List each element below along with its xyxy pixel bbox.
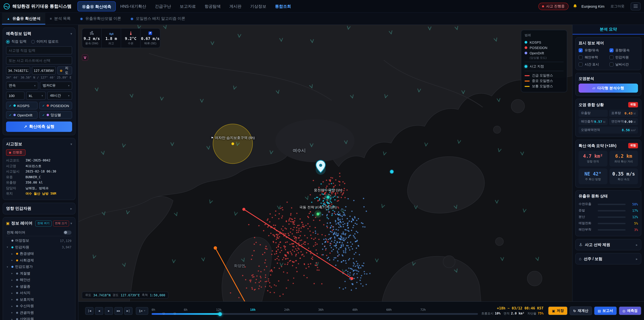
action-button[interactable]: ▣ 저장 [548,306,568,315]
layer-list-item[interactable]: ▸ 관광자원 [6,309,72,316]
layer-list-item[interactable]: ▸ 보호지역 [6,296,72,303]
predict-card-header[interactable]: 예측정보 입력 ▾ [6,31,72,37]
timeline-tick[interactable]: 24h [284,308,290,311]
current-time-label: +18h ~ 03/12 08:46 KST [481,306,544,310]
timeline-tick[interactable]: 18h [250,308,256,311]
playback-button[interactable]: ▶ [105,307,113,315]
ship-spec-section[interactable]: ⚓ 사고 선박 제원 ▸ [575,239,641,250]
layer-list-item[interactable]: ▸ 환경생태 [6,250,72,257]
app-title: 해양환경 위기대응 통합시스템 [12,3,72,9]
duration-select[interactable]: 48시간▾ [47,92,72,100]
model-toggle-chip[interactable]: ✓ 앙상블 [39,111,72,119]
model-toggle-chip[interactable]: ✓ POSEIDON [39,102,72,109]
layer-list-item[interactable]: ▸ 생물종 [6,283,72,290]
layer-list-item[interactable]: 어장정보 17,129 [6,237,72,244]
timeline-tick[interactable]: 48h [352,308,358,311]
action-button[interactable]: ↻ 재계산 [570,306,592,315]
nav-item[interactable]: 기상정보 [246,1,270,11]
timeline-tick[interactable]: 60h [386,308,392,311]
incident-name-input[interactable] [6,46,72,54]
spill-type-select[interactable]: 연속▾ [6,82,38,90]
amount-input[interactable] [6,92,24,100]
layers-all-on-button[interactable]: 전체 켜기 [35,220,52,226]
playback-button[interactable]: ▶▶ [114,307,123,315]
sensitive-resources-header[interactable]: 영향 민감자원 ▸ [6,206,72,211]
weathering-bar-row: 증발 17% [578,207,638,214]
map-pin-icon: ⊕ [60,69,62,72]
owner-insurance-section[interactable]: ⌂ 선주 / 보험 ▸ [575,253,641,264]
danger-badge: 위험 [628,102,638,107]
nav-item[interactable]: 유출유 확산예측 [78,1,116,11]
nav-item[interactable]: 게시판 [226,1,246,11]
layer-list-item[interactable]: ▸ 사회경제 [6,257,72,264]
depot-label: 국동 전략 비축기지 (3h) [299,205,337,210]
timeline-tick[interactable]: 72h [420,308,426,311]
latitude-input[interactable] [6,67,30,75]
tab-item[interactable]: ◉ 유출유확산모델 이론 [75,13,126,25]
layer-color-dot [16,318,18,320]
layer-list-item[interactable]: ▸ 서식지 [6,290,72,296]
map-style-button[interactable] [82,54,88,61]
layers-all-off-button[interactable]: 전체 끄기 [53,220,69,226]
incident-card-header[interactable]: 사고정보 ▾ [6,141,72,147]
timeline-tick[interactable]: 36h [318,308,324,311]
action-button[interactable]: ◎ 예측점 [619,306,641,315]
playback-button[interactable]: ◀ [95,307,103,315]
playback-button[interactable]: ▶| [124,307,132,315]
beach-marker [326,195,330,199]
pick-on-map-button[interactable]: ⊕ 지도 [57,67,72,75]
layer-list-item[interactable]: ▸ 산업자원 [6,316,72,320]
notifications-button[interactable] [572,4,578,9]
weather-panel: 9.2 m/s 풍속 (SW) 1.8 m 파고 9.2°C 수온 [82,28,160,48]
check-icon: ✓ [42,113,45,117]
timeline-bar: |◀ ◀ ▶ ▶▶ ▶| 1× ▾ [78,301,644,320]
master-layer-toggle[interactable] [64,230,72,234]
timeline-event-marker[interactable]: ♡ [174,312,176,315]
nav-item[interactable]: 보고자료 [176,1,200,11]
speed-select[interactable]: 1× ▾ [136,307,148,315]
display-option-checkbox[interactable]: 풍향/풍속 [609,48,638,53]
timeline-tick[interactable]: 0h [152,308,155,311]
tab-item[interactable]: ▲ 유출유 확산분석 [2,13,45,25]
longitude-input[interactable] [32,67,56,75]
model-toggle-chip[interactable]: ✓ OpenDrift [6,111,38,119]
menu-button[interactable] [630,2,641,10]
display-option-checkbox[interactable]: 시간 표시 [578,62,607,67]
display-option-checkbox[interactable]: 유향/유속 [578,48,607,53]
nav-item[interactable]: 긴급구난 [151,1,175,11]
timeline-tick[interactable]: 6h [184,308,188,311]
layer-list-item[interactable]: ▸ 계절별 [6,270,72,277]
oil-type-select[interactable]: 벙커C유▾ [40,82,72,90]
nav-item[interactable]: 통합조회 [271,1,295,11]
layer-list-item[interactable]: ▾ 민감도평가 [6,264,72,270]
layer-list-item[interactable]: ▸ 수산자원 [6,303,72,309]
nav-item[interactable]: 항공탐색 [200,1,225,11]
input-mode-radio[interactable]: 직접 입력 [6,39,26,44]
display-option-checkbox[interactable]: 해안부착 [578,55,607,60]
incident-list-input[interactable] [6,56,72,65]
playback-button[interactable]: |◀ [85,307,94,315]
layer-list-item[interactable]: ▸ 해안선 [6,277,72,283]
input-mode-radio[interactable]: 이미지 업로드 [31,39,59,44]
tab-item[interactable]: ◉ 오일펜스 배치 알고리즘 이론 [126,13,190,25]
unit-select[interactable]: kL▾ [26,92,46,100]
logout-button[interactable]: 로그아웃 [608,4,626,9]
expander-icon: ▸ [12,252,14,255]
east-marker [390,170,394,173]
map-canvas[interactable]: 9.2 m/s 풍속 (SW) 1.8 m 파고 9.2°C 수온 [78,25,572,301]
tab-item[interactable]: ≡ 분석 목록 [45,13,75,25]
layer-list-item[interactable]: ▾ 민감자원 3,947 [6,244,72,250]
polygon-analysis-button[interactable]: ▱ 다각형 분석수행 [578,84,638,93]
run-prediction-button[interactable]: ↗ 확산예측 실행 [6,122,72,132]
nav-item[interactable]: HNS·대기확산 [116,1,150,11]
incident-alert-badge[interactable]: 사고 진행중 [538,3,568,10]
display-option-checkbox[interactable]: 민감자원 [609,55,638,60]
timeline-event-marker[interactable]: ♡ [162,312,165,315]
timeline-track[interactable]: ♡ ♡ [152,313,478,315]
timeline-thumb[interactable] [218,312,222,316]
check-icon: ✓ [9,104,12,107]
timeline-tick[interactable]: 12h [216,308,222,311]
model-toggle-chip[interactable]: ✓ KOSPS [6,102,38,109]
display-option-checkbox[interactable]: 날씨시간 [609,62,638,67]
action-button[interactable]: ▤ 보고서 [594,306,617,315]
